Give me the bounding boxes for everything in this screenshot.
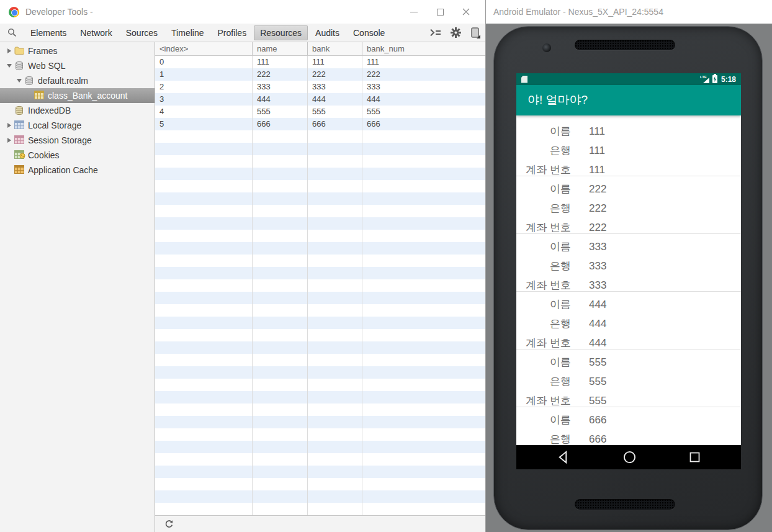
tab-sources[interactable]: Sources — [120, 25, 164, 40]
account-list-item[interactable]: 이름444은행444계좌 번호444 — [516, 292, 741, 349]
grid-cell — [155, 478, 253, 490]
grid-cell — [253, 379, 308, 391]
account-list-item[interactable]: 이름111은행111계좌 번호111 — [516, 119, 741, 176]
bank-value: 666 — [589, 433, 606, 446]
phone-frame: LTE 5:18 야! 얼마야? 이름111은행111계좌 번호111이름222… — [493, 26, 763, 530]
bank-row: 은행111 — [516, 141, 741, 160]
grid-cell: 0 — [155, 56, 253, 68]
tab-resources[interactable]: Resources — [254, 25, 308, 40]
tab-audits[interactable]: Audits — [309, 25, 346, 40]
disclosure-closed-icon[interactable] — [5, 122, 13, 128]
device-toolbar-button[interactable] — [465, 24, 485, 42]
tab-elements[interactable]: Elements — [24, 25, 73, 40]
sidebar-item-default-realm[interactable]: default.realm — [0, 73, 155, 88]
resources-sidebar: FramesWeb SQLdefault.realmclass_Bank_acc… — [0, 42, 155, 532]
grid-cell — [253, 503, 308, 515]
maximize-button[interactable] — [427, 2, 453, 21]
grid-cell: 222 — [362, 68, 485, 81]
search-button[interactable] — [0, 24, 24, 42]
grid-cell — [308, 180, 362, 192]
refresh-button[interactable] — [161, 516, 176, 531]
table-row-empty — [155, 217, 485, 230]
name-label: 이름 — [516, 182, 571, 196]
console-drawer-button[interactable] — [426, 24, 446, 42]
account-number-label: 계좌 번호 — [516, 163, 571, 177]
folder-icon — [14, 46, 25, 56]
table-row-empty — [155, 130, 485, 143]
disclosure-closed-icon[interactable] — [5, 48, 13, 54]
tab-profiles[interactable]: Profiles — [211, 25, 253, 40]
account-list-item[interactable]: 이름333은행333계좌 번호333 — [516, 234, 741, 292]
grid-cell — [308, 168, 362, 180]
table-row[interactable]: 1222222222 — [155, 68, 485, 81]
disclosure-open-icon[interactable] — [5, 63, 13, 69]
tab-timeline[interactable]: Timeline — [165, 25, 210, 40]
grid-cell — [253, 329, 308, 341]
column-header-bank_num[interactable]: bank_num — [362, 42, 485, 55]
table-row[interactable]: 2333333333 — [155, 81, 485, 93]
name-label: 이름 — [516, 240, 571, 254]
table-row[interactable]: 0111111111 — [155, 56, 485, 68]
recents-button[interactable] — [688, 451, 701, 464]
status-bar: LTE 5:18 — [516, 73, 741, 85]
sidebar-item-frames[interactable]: Frames — [0, 43, 155, 58]
tab-network[interactable]: Network — [74, 25, 118, 40]
grid-cell — [362, 130, 485, 143]
name-value: 333 — [589, 241, 606, 253]
grid-cell — [253, 441, 308, 453]
column-header-name[interactable]: name — [253, 42, 308, 55]
grid-cell — [362, 304, 485, 317]
table-row-empty — [155, 428, 485, 441]
grid-cell — [362, 180, 485, 192]
table-row[interactable]: 5666666666 — [155, 118, 485, 130]
sidebar-item-web-sql[interactable]: Web SQL — [0, 58, 155, 73]
datagrid-toolbar — [155, 515, 485, 532]
grid-cell — [155, 391, 253, 404]
disclosure-open-icon[interactable] — [15, 78, 23, 84]
name-value: 666 — [589, 414, 606, 426]
sidebar-item-class-bank-account[interactable]: class_Bank_account — [0, 88, 155, 103]
grid-cell — [362, 366, 485, 379]
grid-cell — [155, 503, 253, 515]
sidebar-item-local-storage[interactable]: Local Storage — [0, 118, 155, 133]
device-toolbar-icon — [471, 27, 480, 38]
table-row-empty — [155, 192, 485, 205]
status-bar-time: 5:18 — [721, 75, 736, 84]
bank-row: 은행333 — [516, 256, 741, 276]
name-value: 222 — [589, 183, 606, 196]
sidebar-item-indexeddb[interactable]: IndexedDB — [0, 103, 155, 118]
cookies-icon — [14, 150, 25, 160]
tab-console[interactable]: Console — [347, 25, 391, 40]
home-button[interactable] — [622, 450, 637, 464]
sidebar-item-cookies[interactable]: Cookies — [0, 148, 155, 163]
column-header-index[interactable]: <index> — [155, 42, 253, 55]
grid-cell — [155, 279, 253, 292]
close-button[interactable] — [453, 2, 479, 21]
grid-cell — [362, 267, 485, 279]
grid-cell — [362, 192, 485, 205]
grid-cell — [155, 441, 253, 453]
table-row[interactable]: 4555555555 — [155, 106, 485, 118]
sidebar-item-label: class_Bank_account — [48, 91, 127, 101]
grid-cell — [362, 155, 485, 168]
sidebar-item-application-cache[interactable]: Application Cache — [0, 163, 155, 178]
account-list-item[interactable]: 이름555은행555계좌 번호555 — [516, 349, 741, 407]
table-row[interactable]: 3444444444 — [155, 93, 485, 106]
settings-button[interactable] — [446, 24, 465, 42]
grid-cell — [308, 292, 362, 304]
grid-cell — [253, 279, 308, 292]
table-row-empty — [155, 503, 485, 515]
back-button[interactable] — [556, 450, 570, 464]
grid-cell: 666 — [308, 118, 362, 130]
devtools-tabbar: ElementsNetworkSourcesTimelineProfilesRe… — [0, 24, 485, 42]
disclosure-spacer — [5, 107, 13, 114]
sidebar-item-session-storage[interactable]: Session Storage — [0, 133, 155, 148]
minimize-button[interactable] — [401, 2, 427, 21]
datagrid-panel: <index>namebankbank_num 0111111111122222… — [155, 42, 485, 532]
table-row-empty — [155, 366, 485, 379]
column-header-bank[interactable]: bank — [308, 42, 362, 55]
account-list-item[interactable]: 이름222은행222계좌 번호222 — [516, 176, 741, 234]
disclosure-closed-icon[interactable] — [5, 137, 13, 143]
grid-cell — [308, 192, 362, 205]
table-icon-orange — [14, 165, 25, 175]
